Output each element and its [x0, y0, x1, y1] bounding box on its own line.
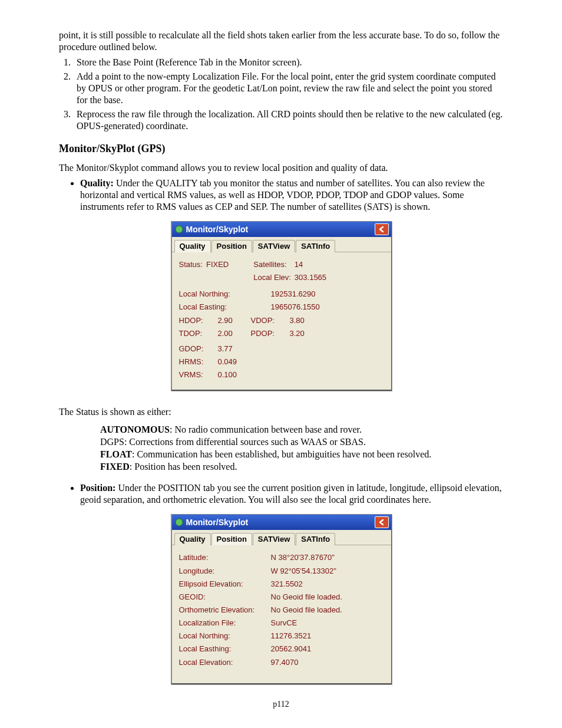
status-dgps-label: DGPS:: [100, 437, 127, 447]
lead-paragraph: The Monitor/Skyplot command allows you t…: [59, 162, 503, 174]
tab-position[interactable]: Position: [211, 240, 252, 252]
local-northing-value: 192531.6290: [271, 288, 323, 301]
window-titlebar: Monitor/Skyplot: [172, 222, 391, 237]
status-fixed-text: : Position has been resolved.: [130, 462, 237, 472]
gdop-label: GDOP:: [179, 342, 218, 355]
local-northing-value: 11276.3521: [271, 630, 346, 643]
arrow-left-icon: [378, 519, 385, 526]
latitude-label: Latitude:: [179, 551, 271, 564]
satellites-label: Satellites:: [253, 258, 295, 271]
procedure-item-1: Store the Base Point (Reference Tab in t…: [73, 57, 503, 68]
position-bullet: Position: Under the POSITION tab you see…: [80, 482, 503, 506]
tab-satinfo[interactable]: SATInfo: [296, 240, 335, 252]
status-definitions: AUTONOMOUS: No radio communication betwe…: [100, 424, 503, 473]
local-northing-label: Local Northing:: [179, 630, 271, 643]
ellipsoid-elevation-label: Ellipsoid Elevation:: [179, 578, 271, 591]
longitude-label: Longitude:: [179, 565, 271, 578]
status-autonomous-text: : No radio communication between base an…: [170, 424, 362, 434]
hrms-label: HRMS:: [179, 355, 218, 368]
vdop-value: 3.80: [290, 314, 308, 327]
orthometric-elevation-value: No Geoid file loaded.: [271, 604, 346, 617]
satellites-value: 14: [295, 258, 330, 271]
latitude-value: N 38°20'37.87670": [271, 551, 346, 564]
local-elev-label: Local Elev:: [253, 271, 295, 284]
localization-file-value: SurvCE: [271, 617, 346, 630]
hrms-value: 0.049: [218, 355, 241, 368]
status-float-text: : Communication has been established, bu…: [132, 449, 431, 459]
window-titlebar: Monitor/Skyplot: [172, 515, 391, 530]
local-easthing-label: Local Easthing:: [179, 643, 271, 655]
pdop-value: 3.20: [290, 327, 308, 340]
section-heading: Monitor/SkyPlot (GPS): [59, 143, 503, 155]
quality-text: Under the QUALITY tab you monitor the st…: [80, 178, 485, 212]
app-icon: [174, 518, 184, 527]
quality-label: Quality:: [80, 178, 114, 188]
hdop-value: 2.90: [218, 314, 251, 327]
arrow-left-icon: [378, 226, 385, 233]
geoid-value: No Geoid file loaded.: [271, 591, 346, 604]
tab-quality[interactable]: Quality: [174, 533, 211, 545]
vdop-label: VDOP:: [251, 314, 290, 327]
status-label: Status:: [179, 258, 206, 271]
window-title: Monitor/Skyplot: [186, 225, 249, 234]
longitude-value: W 92°05'54.13302": [271, 565, 346, 578]
status-float-label: FLOAT: [100, 449, 132, 459]
local-elevation-value: 97.4070: [271, 656, 346, 669]
status-fixed-label: FIXED: [100, 462, 130, 472]
app-icon: [174, 225, 184, 234]
tdop-label: TDOP:: [179, 327, 218, 340]
vrms-label: VRMS:: [179, 368, 218, 381]
position-panel: Latitude:N 38°20'37.87670" Longitude:W 9…: [172, 545, 391, 683]
local-northing-label: Local Northing:: [179, 288, 271, 301]
orthometric-elevation-label: Orthometric Elevation:: [179, 604, 271, 617]
back-button[interactable]: [375, 223, 389, 235]
local-easting-label: Local Easting:: [179, 301, 271, 314]
status-intro: The Status is shown as either:: [59, 406, 503, 418]
ellipsoid-elevation-value: 321.5502: [271, 578, 346, 591]
tab-satview[interactable]: SATView: [253, 240, 295, 252]
status-dgps-text: Corrections from differential sources su…: [127, 437, 366, 447]
tab-satinfo[interactable]: SATInfo: [296, 533, 335, 545]
status-autonomous-label: AUTONOMOUS: [100, 424, 170, 434]
procedure-list: Store the Base Point (Reference Tab in t…: [59, 57, 503, 132]
window-title: Monitor/Skyplot: [186, 518, 249, 527]
position-label: Position:: [80, 483, 115, 493]
pdop-label: PDOP:: [251, 327, 290, 340]
local-easting-value: 1965076.1550: [271, 301, 323, 314]
vrms-value: 0.100: [218, 368, 241, 381]
tabs-row: Quality Position SATView SATInfo: [172, 237, 391, 252]
local-easthing-value: 20562.9041: [271, 643, 346, 655]
status-value: FIXED: [206, 258, 232, 271]
quality-bullet: Quality: Under the QUALITY tab you monit…: [80, 177, 503, 213]
tab-position[interactable]: Position: [211, 533, 252, 545]
local-elevation-label: Local Elevation:: [179, 656, 271, 669]
gdop-value: 3.77: [218, 342, 241, 355]
tdop-value: 2.00: [218, 327, 251, 340]
procedure-item-2: Add a point to the now-empty Localizatio…: [73, 71, 503, 106]
monitor-skyplot-window-position: Monitor/Skyplot Quality Position SATView…: [171, 514, 392, 684]
localization-file-label: Localization File:: [179, 617, 271, 630]
procedure-item-3: Reprocess the raw file through the local…: [73, 108, 503, 132]
geoid-label: GEOID:: [179, 591, 271, 604]
monitor-skyplot-window-quality: Monitor/Skyplot Quality Position SATView…: [171, 221, 392, 391]
back-button[interactable]: [375, 516, 389, 528]
page-number: p112: [59, 700, 503, 709]
tab-satview[interactable]: SATView: [253, 533, 295, 545]
local-elev-value: 303.1565: [295, 271, 330, 284]
tab-quality[interactable]: Quality: [174, 240, 211, 252]
quality-panel: Status: FIXED Satellites: 14 Local Elev:…: [172, 252, 391, 390]
position-text: Under the POSITION tab you see the curre…: [80, 483, 501, 505]
hdop-label: HDOP:: [179, 314, 218, 327]
intro-paragraph: point, it is still possible to recalcula…: [59, 29, 503, 53]
tabs-row: Quality Position SATView SATInfo: [172, 530, 391, 545]
